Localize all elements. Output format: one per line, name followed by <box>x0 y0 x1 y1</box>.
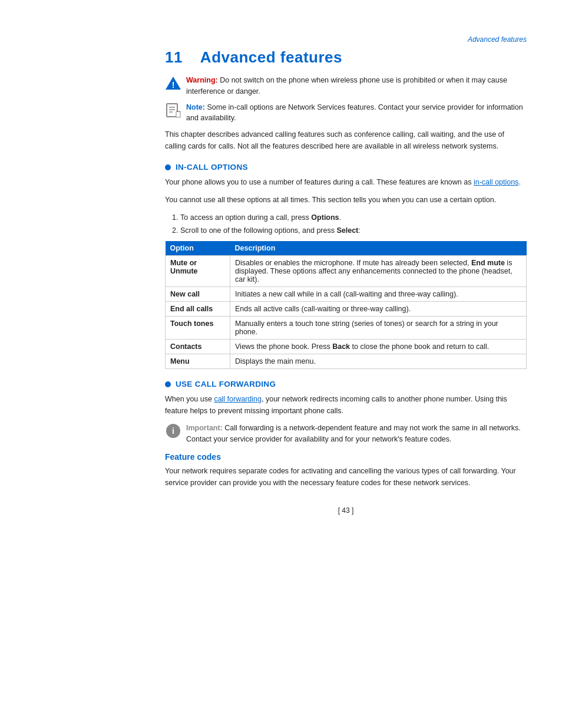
warning-icon: ! <box>165 75 181 91</box>
page-number: [ 43 ] <box>165 506 527 515</box>
important-circle-icon: i <box>165 423 181 439</box>
content-area: Advanced features 11 Advanced features !… <box>165 0 527 515</box>
table-row: Mute orUnmute Disables or enables the mi… <box>166 256 527 287</box>
triangle-warning-icon: ! <box>165 75 181 91</box>
in-call-intro2: You cannot use all these options at all … <box>165 194 527 206</box>
svg-marker-6 <box>176 111 180 117</box>
forwarding-heading-text: USE CALL FORWARDING <box>176 380 276 388</box>
important-icon: i <box>165 423 181 439</box>
page: Advanced features 11 Advanced features !… <box>0 0 562 728</box>
note-body: Some in-call options are Network Service… <box>186 103 523 123</box>
section-use-call-forwarding: USE CALL FORWARDING <box>165 380 527 388</box>
chapter-title: 11 Advanced features <box>165 48 527 67</box>
chapter-header-label: Advanced features <box>468 35 527 44</box>
forwarding-intro: When you use call forwarding, your netwo… <box>165 393 527 417</box>
warning-notice: ! Warning: Do not switch on the phone wh… <box>165 75 527 97</box>
svg-text:!: ! <box>172 80 175 90</box>
option-end-all: End all calls <box>166 302 230 317</box>
table-row: Contacts Views the phone book. Press Bac… <box>166 340 527 354</box>
section-in-call-options: IN-CALL OPTIONS <box>165 163 527 172</box>
chapter-number: 11 <box>165 48 183 66</box>
chapter-header: Advanced features <box>165 35 527 44</box>
col-option: Option <box>166 241 230 256</box>
call-forwarding-link: call forwarding <box>214 395 262 403</box>
option-contacts: Contacts <box>166 340 230 354</box>
desc-new-call: Initiates a new call while in a call (ca… <box>230 287 527 302</box>
warning-label: Warning: <box>186 76 218 84</box>
desc-touch: Manually enters a touch tone string (ser… <box>230 317 527 340</box>
svg-rect-2 <box>167 104 177 117</box>
warning-text: Warning: Do not switch on the phone when… <box>186 75 527 97</box>
important-label: Important: <box>186 424 223 432</box>
desc-menu: Displays the main menu. <box>230 354 527 369</box>
note-icon <box>165 102 181 118</box>
option-touch: Touch tones <box>166 317 230 340</box>
note-text: Note: Some in-call options are Network S… <box>186 102 527 124</box>
col-description: Description <box>230 241 527 256</box>
feature-codes-text: Your network requires separate codes for… <box>165 465 527 489</box>
in-call-heading-text: IN-CALL OPTIONS <box>176 163 248 172</box>
option-new-call: New call <box>166 287 230 302</box>
note-label: Note: <box>186 103 205 111</box>
svg-text:i: i <box>172 426 174 436</box>
feature-codes-heading: Feature codes <box>165 452 527 462</box>
important-notice: i Important: Call forwarding is a networ… <box>165 423 527 445</box>
table-row: Menu Displays the main menu. <box>166 354 527 369</box>
bullet-forwarding <box>165 381 171 387</box>
important-body: Call forwarding is a network-dependent f… <box>186 424 521 443</box>
intro-paragraph: This chapter describes advanced calling … <box>165 129 527 152</box>
in-call-steps: To access an option during a call, press… <box>171 212 527 236</box>
table-row: End all calls Ends all active calls (cal… <box>166 302 527 317</box>
desc-contacts: Views the phone book. Press Back to clos… <box>230 340 527 354</box>
svg-marker-7 <box>176 111 180 112</box>
table-body: Mute orUnmute Disables or enables the mi… <box>166 256 527 369</box>
option-menu: Menu <box>166 354 230 369</box>
step-2: Scroll to one of the following options, … <box>180 225 527 236</box>
note-notice: Note: Some in-call options are Network S… <box>165 102 527 124</box>
table-row: New call Initiates a new call while in a… <box>166 287 527 302</box>
option-mute: Mute orUnmute <box>166 256 230 287</box>
table-row: Touch tones Manually enters a touch tone… <box>166 317 527 340</box>
warning-body: Do not switch on the phone when wireless… <box>186 76 507 95</box>
options-table: Option Description Mute orUnmute Disable… <box>165 241 527 369</box>
step-1: To access an option during a call, press… <box>180 212 527 223</box>
chapter-title-text: Advanced features <box>200 48 342 66</box>
desc-end-all: Ends all active calls (call-waiting or t… <box>230 302 527 317</box>
table-header-row: Option Description <box>166 241 527 256</box>
in-call-options-link: in-call options <box>474 178 518 186</box>
bullet-in-call <box>165 164 171 170</box>
desc-mute: Disables or enables the microphone. If m… <box>230 256 527 287</box>
important-text: Important: Call forwarding is a network-… <box>186 423 527 445</box>
table-header: Option Description <box>166 241 527 256</box>
in-call-intro1: Your phone allows you to use a number of… <box>165 176 527 188</box>
note-icon-svg <box>165 102 181 118</box>
